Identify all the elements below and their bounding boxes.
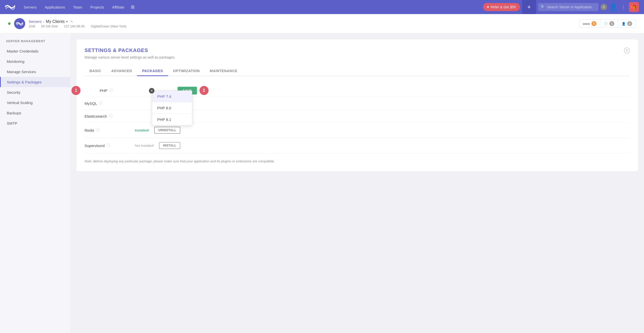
sidebar-item-smtp[interactable]: SMTP [0, 118, 70, 128]
supervisord-info-icon[interactable]: ⓘ [107, 143, 110, 148]
sidebar: Server Management Master Credentials Mon… [0, 33, 70, 333]
sidebar-item-manage-services[interactable]: Manage Services [0, 67, 70, 77]
php-option-80[interactable]: PHP 8.0 [152, 102, 192, 114]
server-meta: 2GB 50 GB Disk 137.184.98.65 DigitalOcea… [29, 24, 127, 28]
files-count: 1 [609, 21, 614, 26]
refer-button[interactable]: ♥ Refer & Get $50 [483, 3, 520, 11]
tab-advanced[interactable]: ADVANCED [106, 66, 137, 76]
nav-servers[interactable]: Servers [20, 3, 40, 11]
sidebar-item-vertical-scaling[interactable]: Vertical Scaling [0, 98, 70, 108]
nav-links: Servers Applications Team Projects Affil… [20, 2, 483, 12]
server-name: My Clients [46, 19, 65, 24]
badge-files[interactable]: 📄 1 [600, 20, 618, 28]
tab-basic[interactable]: BASIC [85, 66, 106, 76]
file-icon: 📄 [604, 22, 608, 26]
server-badges: www 5 📄 1 👤 2 [579, 19, 636, 28]
step-2-badge: 2 [199, 86, 209, 95]
sidebar-item-backups[interactable]: Backups [0, 108, 70, 118]
heart-icon: ♥ [487, 5, 489, 9]
nav-applications[interactable]: Applications [41, 3, 69, 11]
compatibility-note: Note: Before deploying any particular pa… [85, 159, 630, 163]
server-header: Servers › My Clients ▾ ✎ 2GB 50 GB Disk … [0, 14, 644, 33]
server-details: Servers › My Clients ▾ ✎ 2GB 50 GB Disk … [29, 19, 127, 28]
page-title: SETTINGS & PACKAGES [85, 47, 630, 53]
supervisord-name: Supervisord [85, 144, 105, 148]
top-navigation: Servers Applications Team Projects Affil… [0, 0, 644, 14]
redis-control: Installed! UNINSTALL [135, 127, 180, 134]
menu-dots-icon[interactable]: ⋮ [620, 3, 627, 11]
package-row-php: 1 PHP ⓘ ✕ PHP 7.4 PHP 8.0 PHP 8.1 SA [85, 84, 630, 97]
sidebar-section-title: Server Management [0, 39, 70, 46]
grid-icon[interactable]: ⊞ [129, 2, 137, 12]
tab-optimization[interactable]: OPTIMIZATION [168, 66, 205, 76]
avatar[interactable]: 👤 [609, 3, 618, 11]
php-name: PHP [100, 88, 107, 93]
php-label: PHP ⓘ [100, 88, 150, 93]
package-row-supervisord: Supervisord ⓘ Not Installed! INSTALL [85, 138, 630, 153]
server-edit-icon[interactable]: ✎ [70, 20, 73, 24]
tabs: BASIC ADVANCED PACKAGES OPTIMIZATION MAI… [85, 66, 630, 76]
mysql-label: MySQL ⓘ [85, 101, 135, 106]
nav-affiliate[interactable]: Affiliate [108, 3, 128, 11]
php-info-icon[interactable]: ⓘ [109, 88, 113, 93]
main-layout: Server Management Master Credentials Mon… [0, 33, 644, 333]
users-count: 2 [627, 21, 632, 26]
server-ram: 2GB [29, 24, 35, 28]
step-1-badge: 1 [71, 86, 80, 95]
nav-right: ♥ Refer & Get $50 + 🔍 0 👤 ⋮ 🎁 [483, 0, 639, 14]
server-info: Servers › My Clients ▾ ✎ 2GB 50 GB Disk … [8, 18, 127, 29]
redis-uninstall-button[interactable]: UNINSTALL [154, 127, 180, 134]
sidebar-item-security[interactable]: Security [0, 87, 70, 98]
www-count: 5 [591, 21, 596, 26]
content-area: ? SETTINGS & PACKAGES Manage various ser… [70, 33, 644, 333]
server-ip: 137.184.98.65 [64, 24, 85, 28]
php-option-81[interactable]: PHP 8.1 [152, 114, 192, 125]
elasticsearch-label: Elasticsearch ⓘ [85, 114, 135, 118]
server-name-dropdown[interactable]: ▾ [66, 20, 68, 23]
server-status-dot [8, 22, 11, 25]
server-provider: DigitalOcean (New York) [91, 24, 127, 28]
dropdown-close-button[interactable]: ✕ [149, 88, 154, 93]
supervisord-label: Supervisord ⓘ [85, 143, 135, 148]
mysql-name: MySQL [85, 101, 97, 106]
tab-packages[interactable]: PACKAGES [137, 66, 168, 76]
badge-group: www 5 📄 1 👤 2 [579, 19, 636, 28]
server-provider-logo [14, 18, 25, 29]
redis-label: Redis ⓘ [85, 128, 135, 132]
help-icon[interactable]: ? [624, 47, 630, 54]
redis-status: Installed! [135, 128, 149, 132]
elasticsearch-info-icon[interactable]: ⓘ [109, 114, 112, 118]
www-label: www [583, 22, 590, 26]
breadcrumb-arrow: › [43, 20, 45, 24]
sidebar-item-master-credentials[interactable]: Master Credentials [0, 46, 70, 56]
notification-badge[interactable]: 0 [600, 4, 607, 10]
logo[interactable] [5, 4, 15, 11]
gift-button[interactable]: 🎁 [629, 2, 639, 12]
php-option-74[interactable]: PHP 7.4 [152, 91, 192, 102]
sidebar-item-settings-packages[interactable]: Settings & Packages [0, 77, 70, 87]
search-input[interactable] [538, 3, 598, 11]
php-dropdown-menu: PHP 7.4 PHP 8.0 PHP 8.1 [152, 90, 192, 125]
redis-name: Redis [85, 128, 94, 132]
page-subtitle: Manage various server-level settings as … [85, 55, 630, 59]
refer-label: Refer & Get $50 [491, 5, 516, 9]
servers-breadcrumb-link[interactable]: Servers [29, 19, 42, 24]
content-card: ? SETTINGS & PACKAGES Manage various ser… [76, 39, 638, 171]
supervisord-install-button[interactable]: INSTALL [159, 142, 180, 149]
plus-button[interactable]: + [522, 0, 536, 14]
breadcrumb: Servers › My Clients ▾ ✎ [29, 19, 127, 24]
badge-users[interactable]: 👤 2 [618, 20, 636, 28]
sidebar-item-monitoring[interactable]: Monitoring [0, 56, 70, 67]
badge-www[interactable]: www 5 [579, 20, 600, 28]
tab-maintenance[interactable]: MAINTENANCE [205, 66, 243, 76]
mysql-info-icon[interactable]: ⓘ [99, 101, 103, 106]
supervisord-status: Not Installed! [135, 144, 154, 148]
search-wrapper: 🔍 [538, 3, 598, 11]
redis-info-icon[interactable]: ⓘ [96, 128, 100, 132]
nav-projects[interactable]: Projects [87, 3, 107, 11]
nav-team[interactable]: Team [70, 3, 86, 11]
elasticsearch-name: Elasticsearch [85, 114, 107, 118]
supervisord-control: Not Installed! INSTALL [135, 142, 180, 149]
users-icon: 👤 [622, 22, 626, 26]
server-disk: 50 GB Disk [41, 24, 58, 28]
